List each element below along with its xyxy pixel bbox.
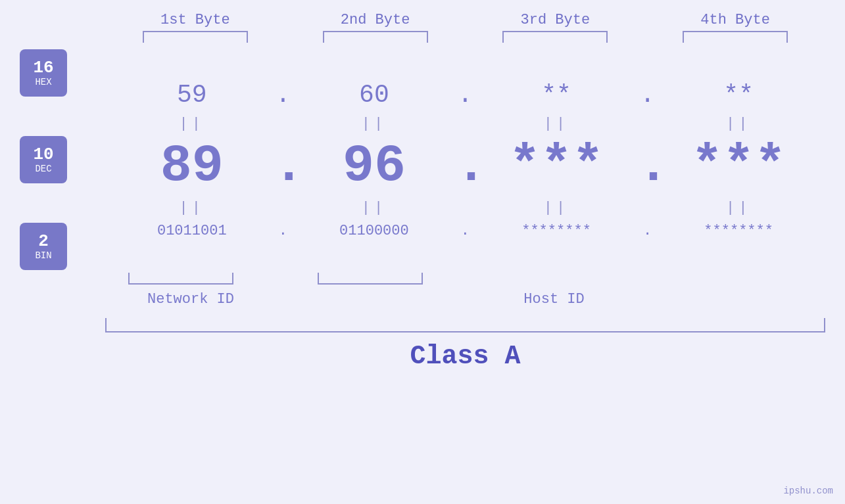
bin-val-2: 01100000 [295,218,453,244]
bottom-brackets [105,273,825,285]
bracket-spacer-2 [455,273,475,285]
dec-val-2: 96 [295,133,453,198]
byte-header-1: 1st Byte [116,12,274,28]
bin-val-1: 01011001 [113,218,271,244]
dot-3-bin: . [638,223,658,239]
dot-1-dec: . [273,136,293,196]
bottom-bracket-4-empty [697,273,802,285]
sep-2-2: || [295,200,453,216]
bracket-spacer-3 [645,273,665,285]
watermark: ipshu.com [783,486,833,496]
dec-val-1: 89 [113,133,271,198]
network-id-label: Network ID [112,291,270,308]
hex-val-4: ** [660,76,817,114]
big-bottom-bracket [105,318,825,332]
hex-badge: 16 HEX [20,49,67,97]
sep-1-1: || [113,116,271,132]
hex-val-3: ** [477,76,635,114]
top-bracket-3 [476,31,634,43]
hex-val-2: 60 [295,76,453,114]
dec-val-4: *** [660,133,817,198]
host-id-label: Host ID [289,291,819,308]
badges-column: 16 HEX 10 DEC 2 BIN [20,49,105,270]
dot-3-hex: . [638,81,658,109]
top-brackets [0,31,845,43]
bottom-bracket-1 [128,273,233,285]
sep-2-3: || [477,200,635,216]
bottom-bracket-3-empty [508,273,613,285]
main-container: 1st Byte 2nd Byte 3rd Byte 4th Byte 16 H… [0,0,845,504]
sep-1-3: || [477,116,635,132]
byte-header-3: 3rd Byte [476,12,634,28]
dec-val-3: *** [477,133,635,198]
sep-2-4: || [660,200,817,216]
dot-2-bin: . [455,223,475,239]
bottom-bracket-2 [318,273,423,285]
class-label-row: Class A [105,342,825,371]
bottom-area: Network ID Host ID Class A [0,273,845,371]
hex-row: 59 . 60 . ** . ** [105,76,825,114]
dot-1-bin: . [273,223,293,239]
byte-header-2: 2nd Byte [297,12,454,28]
byte-headers-row: 1st Byte 2nd Byte 3rd Byte 4th Byte [0,0,845,28]
dot-1-hex: . [273,81,293,109]
bin-badge: 2 BIN [20,223,67,270]
sep-1-4: || [660,116,817,132]
sep-2-1: || [113,200,271,216]
top-bracket-1 [116,31,274,43]
dot-3-dec: . [638,136,658,196]
values-wrapper: 59 . 60 . ** . ** || || || || 89 [105,76,825,244]
sep-row-2: || || || || [105,198,825,218]
sep-row-1: || || || || [105,114,825,133]
bin-val-4: ******** [660,218,817,244]
sep-1-2: || [295,116,453,132]
hex-val-1: 59 [113,76,271,114]
top-bracket-2 [297,31,454,43]
dec-row: 89 . 96 . *** . *** [105,133,825,198]
dot-2-hex: . [455,81,475,109]
main-values-area: 16 HEX 10 DEC 2 BIN 59 . 60 . ** . ** [0,49,845,270]
dot-2-dec: . [455,136,475,196]
bin-row: 01011001 . 01100000 . ******** . *******… [105,218,825,244]
dec-badge: 10 DEC [20,136,67,183]
class-label: Class A [410,342,520,371]
bin-val-3: ******** [477,218,635,244]
bracket-spacer-1 [266,273,285,285]
top-bracket-4 [656,31,814,43]
id-labels-row: Network ID Host ID [105,291,825,308]
byte-header-4: 4th Byte [656,12,814,28]
